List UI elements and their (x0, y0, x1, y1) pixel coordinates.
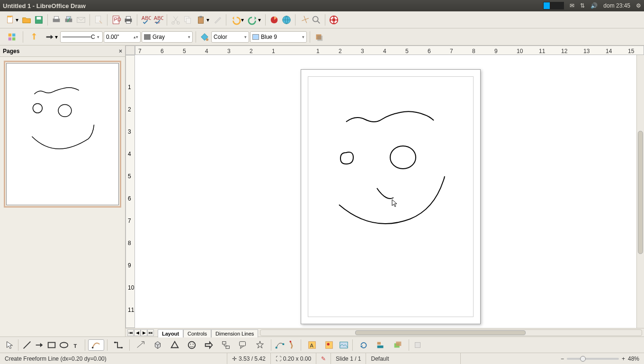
svg-rect-13 (126, 21, 130, 23)
pages-panel-close-button[interactable]: × (119, 48, 122, 55)
arrow-end-style-button[interactable] (26, 31, 42, 43)
tab-layout[interactable]: Layout (158, 329, 183, 337)
flowchart-tool[interactable] (218, 339, 234, 351)
open-button[interactable] (21, 14, 32, 26)
first-slide-button[interactable]: ⏮ (127, 329, 134, 336)
svg-rect-49 (223, 341, 226, 344)
text-tool[interactable]: T (71, 339, 82, 351)
chart-button[interactable] (268, 14, 280, 26)
export-pdf-button[interactable]: PDF (110, 14, 122, 26)
from-file-tool[interactable] (321, 339, 337, 351)
lines-arrows-tool[interactable] (133, 339, 149, 351)
zoom-out-button[interactable]: − (561, 355, 564, 362)
tab-controls[interactable]: Controls (183, 329, 211, 337)
line-color-select[interactable]: Gray▾ (142, 31, 193, 43)
paste-button[interactable]: ▾ (195, 14, 211, 26)
tab-dimension-lines[interactable]: Dimension Lines (211, 329, 258, 337)
callouts-tool[interactable] (235, 339, 251, 351)
fill-color-select[interactable]: Blue 9▾ (250, 31, 307, 43)
rectangle-tool[interactable] (46, 339, 57, 351)
redo-button[interactable]: ▾ (246, 14, 262, 26)
basic-shapes-tool[interactable] (167, 339, 183, 351)
select-tool[interactable] (4, 339, 15, 351)
area-style-button[interactable] (199, 31, 210, 43)
status-slide[interactable]: Slide 1 / 1 (331, 353, 366, 364)
shadow-button[interactable] (313, 31, 324, 43)
svg-rect-34 (317, 36, 322, 41)
rotate-tool[interactable] (356, 339, 372, 351)
print-preview-button[interactable] (63, 14, 74, 26)
glue-points-tool[interactable] (286, 339, 298, 351)
symbol-shapes-tool[interactable] (184, 339, 200, 351)
zoom-button[interactable] (311, 14, 322, 26)
stars-tool[interactable] (252, 339, 268, 351)
size-value: 0.20 x 0.00 (283, 355, 311, 362)
auto-spellcheck-button[interactable]: ABC (152, 14, 164, 26)
print-direct-button[interactable] (123, 14, 134, 26)
status-style[interactable]: Default (366, 353, 461, 364)
vertical-ruler[interactable]: 1234567891011 (125, 55, 135, 328)
window-title: Untitled 1 - LibreOffice Draw (3, 2, 543, 9)
zoom-slider[interactable] (567, 358, 619, 360)
network-icon[interactable]: ⇅ (580, 2, 585, 9)
align-tool[interactable] (373, 339, 389, 351)
system-monitor-icon[interactable] (543, 2, 564, 9)
next-slide-button[interactable]: ▶ (141, 329, 147, 336)
mail-document-button[interactable] (75, 14, 87, 26)
volume-icon[interactable]: 🔊 (590, 2, 598, 9)
arrange-tool[interactable] (390, 339, 406, 351)
last-slide-button[interactable]: ⏭ (147, 329, 154, 336)
svg-point-41 (60, 342, 68, 347)
svg-rect-63 (396, 341, 401, 346)
help-button[interactable] (328, 14, 340, 26)
spellcheck-button[interactable]: ABC (140, 14, 152, 26)
crosshair-icon: ✛ (232, 355, 237, 362)
cut-button[interactable] (170, 14, 181, 26)
styles-button[interactable] (4, 31, 20, 43)
page-thumbnail-1[interactable]: 1 (4, 61, 121, 208)
copy-button[interactable] (182, 14, 194, 26)
svg-text:ABC: ABC (154, 15, 163, 21)
3d-objects-tool[interactable] (150, 339, 166, 351)
extrusion-tool[interactable] (412, 339, 423, 351)
new-button[interactable]: ▾ (4, 14, 20, 26)
svg-point-26 (332, 18, 335, 21)
clock[interactable]: dom 23:45 (603, 2, 630, 9)
fontwork-tool[interactable]: A (304, 339, 320, 351)
format-paintbrush-button[interactable] (212, 14, 223, 26)
modified-indicator: ✎ (316, 353, 331, 364)
mail-icon[interactable]: ✉ (570, 2, 574, 9)
ellipse-tool[interactable] (58, 339, 70, 351)
line-tool[interactable] (21, 339, 33, 351)
fill-color-label: Blue 9 (261, 34, 300, 40)
svg-rect-21 (199, 16, 202, 18)
svg-rect-6 (66, 16, 71, 19)
hyperlink-button[interactable] (281, 14, 292, 26)
curve-tool[interactable] (88, 339, 104, 351)
fill-type-select[interactable]: Color▾ (211, 31, 249, 43)
undo-button[interactable]: ▾ (229, 14, 245, 26)
zoom-value[interactable]: 48% (628, 355, 639, 362)
edit-points-tool[interactable] (274, 339, 286, 351)
edit-file-button[interactable] (93, 14, 104, 26)
zoom-in-button[interactable]: + (622, 355, 625, 362)
block-arrows-tool[interactable] (201, 339, 217, 351)
connector-tool[interactable] (110, 339, 126, 351)
vertical-scrollbar[interactable] (636, 55, 644, 328)
slide-navigation: ⏮ ◀ ▶ ⏭ (125, 329, 156, 336)
drawing-page[interactable] (301, 69, 481, 324)
save-button[interactable] (33, 14, 45, 26)
prev-slide-button[interactable]: ◀ (134, 329, 141, 336)
arrow-start-style-button[interactable]: ▾ (43, 31, 59, 43)
horizontal-ruler[interactable]: 7654321123456789101112131415 (135, 46, 644, 55)
line-filling-toolbar: ▾ C▾ 0.00" ▴▾ Gray▾ Color▾ Blue 9▾ (0, 28, 644, 46)
gear-icon[interactable]: ⚙ (636, 2, 641, 9)
horizontal-scrollbar[interactable] (260, 329, 642, 336)
line-width-input[interactable]: 0.00" ▴▾ (104, 31, 141, 43)
navigator-button[interactable] (298, 14, 310, 26)
canvas[interactable] (135, 55, 636, 328)
gallery-tool[interactable] (338, 339, 349, 351)
print-button[interactable] (51, 14, 62, 26)
line-style-select[interactable]: C▾ (60, 31, 103, 43)
arrow-tool[interactable] (34, 339, 45, 351)
